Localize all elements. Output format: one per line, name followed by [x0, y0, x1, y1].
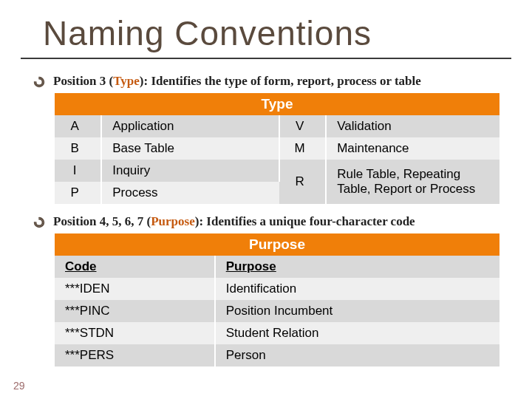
table-row: ***PINC Position Incumbent: [55, 300, 499, 322]
type-table-header: Type: [55, 93, 499, 115]
table-row: ***IDEN Identification: [55, 278, 499, 300]
table-row: B Base Table M Maintenance: [55, 137, 499, 160]
type-desc: Rule Table, Repeating Table, Report or P…: [326, 160, 499, 204]
bullet-text: Position 4, 5, 6, 7 (Purpose): Identifie…: [53, 214, 415, 229]
type-code: R: [279, 160, 326, 204]
purpose-code: ***IDEN: [55, 278, 215, 300]
type-desc: Base Table: [101, 137, 279, 160]
bullet-position-3: Position 3 (Type): Identifies the type o…: [33, 74, 499, 89]
type-desc: Validation: [326, 115, 499, 137]
type-code: P: [55, 182, 101, 204]
slide: Naming Conventions Position 3 (Type): Id…: [0, 0, 532, 399]
type-code: B: [55, 137, 101, 160]
bullet1-pre: Position 3 (: [53, 74, 113, 88]
type-code: V: [279, 115, 326, 137]
purpose-table-header-row: Purpose: [55, 233, 499, 256]
purpose-col-purpose: Purpose: [215, 256, 499, 278]
bullet2-keyword: Purpose: [151, 214, 195, 228]
purpose-desc: Student Relation: [215, 322, 499, 344]
slide-content: Position 3 (Type): Identifies the type o…: [0, 59, 532, 366]
table-row: ***STDN Student Relation: [55, 322, 499, 344]
bullet2-post: ): Identifies a unique four-character co…: [195, 214, 415, 228]
purpose-desc: Identification: [215, 278, 499, 300]
purpose-code: ***STDN: [55, 322, 215, 344]
purpose-code: ***PINC: [55, 300, 215, 322]
swirl-bullet-icon: [33, 216, 46, 229]
type-table-wrap: Type A Application V Validation B Base T…: [55, 93, 499, 204]
bullet1-keyword: Type: [113, 74, 140, 88]
type-desc: Process: [101, 182, 279, 204]
purpose-desc: Person: [215, 344, 499, 366]
type-table: Type A Application V Validation B Base T…: [55, 93, 499, 204]
table-row: I Inquiry R Rule Table, Repeating Table,…: [55, 160, 499, 182]
purpose-code: ***PERS: [55, 344, 215, 366]
bullet2-pre: Position 4, 5, 6, 7 (: [53, 214, 151, 228]
purpose-table-header: Purpose: [55, 233, 499, 256]
bullet-position-4567: Position 4, 5, 6, 7 (Purpose): Identifie…: [33, 214, 499, 229]
purpose-table-wrap: Purpose Code Purpose ***IDEN Identificat…: [55, 233, 499, 366]
purpose-col-code: Code: [55, 256, 215, 278]
type-code: M: [279, 137, 326, 160]
bullet1-post: ): Identifies the type of form, report, …: [140, 74, 421, 88]
type-desc: Maintenance: [326, 137, 499, 160]
swirl-bullet-icon: [33, 75, 46, 89]
purpose-desc: Position Incumbent: [215, 300, 499, 322]
type-code: A: [55, 115, 101, 137]
table-row: A Application V Validation: [55, 115, 499, 137]
slide-title: Naming Conventions: [0, 0, 532, 58]
type-desc: Inquiry: [101, 160, 279, 182]
slide-number: 29: [13, 380, 25, 392]
table-row: ***PERS Person: [55, 344, 499, 366]
bullet-text: Position 3 (Type): Identifies the type o…: [53, 74, 421, 89]
type-table-header-row: Type: [55, 93, 499, 115]
type-code: I: [55, 160, 101, 182]
purpose-table: Purpose Code Purpose ***IDEN Identificat…: [55, 233, 499, 366]
type-desc: Application: [101, 115, 279, 137]
purpose-column-headers: Code Purpose: [55, 256, 499, 278]
